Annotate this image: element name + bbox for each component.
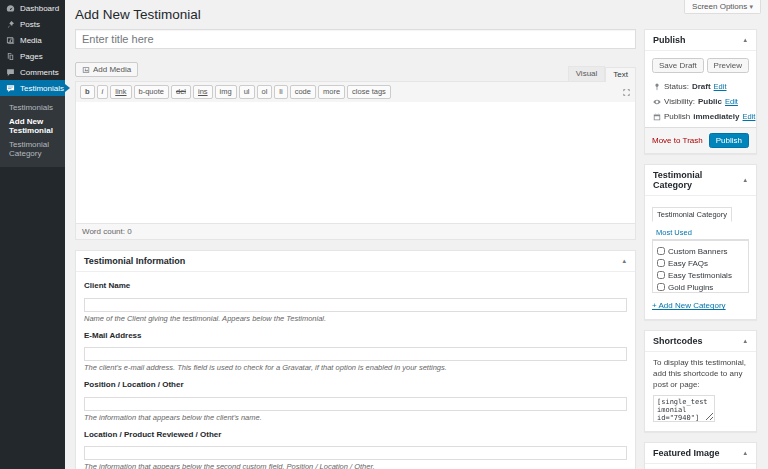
- screen-options-tab[interactable]: Screen Options ▾: [684, 0, 761, 14]
- qt-close-tags-button[interactable]: close tags: [347, 85, 391, 99]
- shortcodes-box: Shortcodes ▴ To display this testimonial…: [644, 330, 757, 431]
- publish-button[interactable]: Publish: [709, 133, 749, 148]
- category-checklist: Custom Banners Easy FAQs Easy Testimonia…: [652, 240, 749, 293]
- qt-img-button[interactable]: img: [215, 85, 237, 99]
- qt-link-button[interactable]: link: [110, 85, 131, 99]
- submenu-item-testimonial-category[interactable]: Testimonial Category: [0, 137, 65, 160]
- publish-box-title: Publish: [653, 35, 686, 45]
- sidebar-item-label: Testimonials: [20, 84, 64, 93]
- category-item[interactable]: Easy Testimonials: [657, 269, 748, 281]
- featured-image-box: Featured Image ▴ Set featured image: [644, 442, 757, 469]
- edit-visibility-link[interactable]: Edit: [725, 97, 738, 106]
- active-menu-arrow-icon: [65, 84, 70, 92]
- position-input[interactable]: [84, 397, 627, 411]
- page-title: Add New Testimonial: [75, 7, 757, 23]
- content-area: Add New Testimonial Add Media Visual Tex…: [65, 0, 768, 469]
- category-item[interactable]: Easy FAQs: [657, 257, 748, 269]
- toggle-arrow-icon[interactable]: ▴: [742, 449, 748, 457]
- qt-li-button[interactable]: li: [274, 85, 287, 99]
- title-input[interactable]: [75, 29, 636, 49]
- tab-all-categories[interactable]: Testimonial Category: [652, 207, 732, 222]
- quicktags-toolbar: b i link b-quote del ins img ul ol li co…: [76, 82, 635, 102]
- featured-image-title: Featured Image: [653, 448, 720, 458]
- email-input[interactable]: [84, 347, 627, 361]
- qt-blockquote-button[interactable]: b-quote: [134, 85, 169, 99]
- client-name-description: Name of the Client giving the testimonia…: [84, 314, 627, 323]
- shortcodes-description: To display this testimonial, add this sh…: [653, 358, 748, 390]
- add-new-category-link[interactable]: + Add New Category: [652, 301, 726, 310]
- visibility-value: Public: [698, 97, 722, 106]
- qt-del-button[interactable]: del: [171, 85, 191, 99]
- publish-time-label: Publish: [664, 112, 690, 121]
- preview-button[interactable]: Preview: [707, 58, 749, 73]
- sidebar-item-media[interactable]: Media: [0, 32, 65, 48]
- move-to-trash-link[interactable]: Move to Trash: [652, 136, 703, 145]
- location-label: Location / Product Reviewed / Other: [84, 430, 627, 439]
- testimonials-submenu: Testimonials Add New Testimonial Testimo…: [0, 96, 65, 167]
- category-checkbox[interactable]: [657, 259, 665, 267]
- dashboard-icon: [6, 4, 15, 13]
- qt-ul-button[interactable]: ul: [239, 85, 255, 99]
- sidebar-item-label: Posts: [20, 20, 40, 29]
- editor-mode-tabs: Visual Text: [568, 66, 636, 81]
- testimonial-icon: [6, 84, 15, 93]
- tab-most-used[interactable]: Most Used: [652, 226, 696, 239]
- email-label: E-Mail Address: [84, 331, 627, 340]
- edit-publish-time-link[interactable]: Edit: [743, 112, 756, 121]
- toggle-arrow-icon[interactable]: ▴: [742, 337, 748, 345]
- add-media-button[interactable]: Add Media: [75, 62, 138, 77]
- save-draft-button[interactable]: Save Draft: [652, 58, 704, 73]
- category-tabs: Testimonial Category Most Used: [652, 203, 749, 240]
- sidebar-item-posts[interactable]: Posts: [0, 16, 65, 32]
- side-column: Publish ▴ Save Draft Preview Status: Dra…: [644, 29, 757, 469]
- publish-box: Publish ▴ Save Draft Preview Status: Dra…: [644, 29, 757, 154]
- fullscreen-button[interactable]: [622, 88, 631, 97]
- qt-ol-button[interactable]: ol: [257, 85, 273, 99]
- qt-bold-button[interactable]: b: [80, 85, 95, 99]
- toggle-arrow-icon[interactable]: ▴: [742, 176, 748, 184]
- location-description: The information that appears below the s…: [84, 462, 627, 469]
- client-name-label: Client Name: [84, 281, 627, 290]
- category-item[interactable]: Custom Banners: [657, 245, 748, 257]
- sidebar-item-testimonials[interactable]: Testimonials: [0, 80, 65, 96]
- word-count: Word count: 0: [76, 223, 635, 239]
- qt-italic-button[interactable]: i: [97, 85, 109, 99]
- tab-visual[interactable]: Visual: [568, 66, 606, 81]
- shortcode-textarea[interactable]: [single_testimonial id="7940"]: [653, 395, 715, 422]
- sidebar-item-dashboard[interactable]: Dashboard: [0, 0, 65, 16]
- submenu-item-testimonials[interactable]: Testimonials: [0, 100, 65, 114]
- edit-status-link[interactable]: Edit: [714, 82, 727, 91]
- sidebar-item-label: Comments: [20, 68, 59, 77]
- content-textarea[interactable]: [76, 102, 635, 223]
- screen-options-label: Screen Options: [692, 2, 747, 11]
- position-description: The information that appears below the c…: [84, 413, 627, 422]
- status-value: Draft: [692, 82, 711, 91]
- toggle-arrow-icon[interactable]: ▴: [621, 257, 627, 265]
- tab-text[interactable]: Text: [605, 67, 636, 82]
- category-checkbox[interactable]: [657, 283, 665, 291]
- admin-sidebar: Dashboard Posts Media Pages Comments Tes…: [0, 0, 65, 469]
- sidebar-item-pages[interactable]: Pages: [0, 48, 65, 64]
- submenu-item-add-new-testimonial[interactable]: Add New Testimonial: [0, 114, 65, 137]
- qt-more-button[interactable]: more: [318, 85, 345, 99]
- media-icon: [6, 36, 15, 45]
- client-name-input[interactable]: [84, 298, 627, 312]
- testimonial-information-box: Testimonial Information ▴ Client Name Na…: [75, 250, 636, 469]
- category-item[interactable]: Gold Plugins: [657, 281, 748, 293]
- category-checkbox[interactable]: [657, 271, 665, 279]
- fullscreen-icon: [622, 88, 631, 97]
- status-pin-icon: [653, 83, 661, 91]
- qt-ins-button[interactable]: ins: [193, 85, 213, 99]
- qt-code-button[interactable]: code: [290, 85, 316, 99]
- location-input[interactable]: [84, 446, 627, 460]
- testimonial-category-title: Testimonial Category: [653, 170, 742, 190]
- visibility-eye-icon: [653, 98, 661, 106]
- sidebar-item-label: Dashboard: [20, 4, 59, 13]
- status-label: Status:: [664, 82, 689, 91]
- sidebar-item-comments[interactable]: Comments: [0, 64, 65, 80]
- sidebar-item-label: Media: [20, 36, 42, 45]
- category-checkbox[interactable]: [657, 247, 665, 255]
- category-label: Easy Testimonials: [668, 271, 732, 280]
- testimonial-category-box: Testimonial Category ▴ Testimonial Categ…: [644, 164, 757, 320]
- toggle-arrow-icon[interactable]: ▴: [742, 36, 748, 44]
